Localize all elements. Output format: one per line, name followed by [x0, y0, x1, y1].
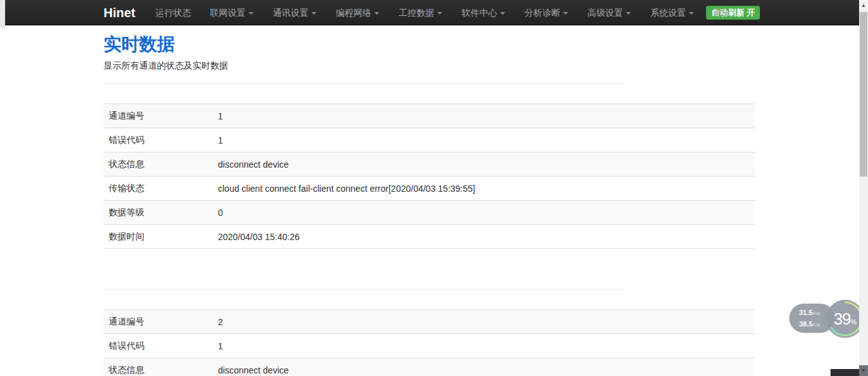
memory-percent-button[interactable]: 39% — [826, 300, 864, 338]
row-label: 错误代码 — [104, 334, 213, 358]
row-label: 数据时间 — [104, 225, 213, 249]
row-label: 通道编号 — [104, 104, 213, 128]
nav-item-label: 运行状态 — [155, 8, 191, 18]
table-row: 错误代码1 — [104, 334, 755, 358]
chevron-down-icon — [248, 12, 254, 15]
brand-logo[interactable]: Hinet — [104, 0, 135, 25]
nav-item-label: 分析诊断 — [524, 8, 560, 18]
channel-table-1: 通道编号1错误代码1状态信息disconnect device传输状态cloud… — [104, 104, 755, 249]
row-value: 1 — [213, 128, 755, 152]
nav-menu: 运行状态联网设置通讯设置编程网络工控数据软件中心分析诊断高级设置系统设置退出 — [146, 0, 740, 11]
nav-item-2[interactable]: 联网设置 — [200, 0, 263, 25]
nav-item-label: 退出 — [713, 8, 731, 18]
table-row: 错误代码1 — [104, 128, 755, 152]
window-edge-strip — [0, 0, 5, 28]
nav-item-5[interactable]: 工控数据 — [389, 0, 452, 25]
channel-table-2: 通道编号2错误代码1状态信息disconnect device — [104, 309, 755, 376]
percent-value: 39% — [826, 300, 864, 338]
row-value: 1 — [213, 104, 755, 128]
chevron-down-icon — [500, 12, 505, 15]
chevron-down-icon — [689, 12, 694, 15]
nav-item-label: 通讯设置 — [273, 8, 308, 18]
row-value: disconnect device — [213, 152, 755, 177]
row-value: 1 — [213, 334, 755, 358]
scrollbar-down-icon[interactable]: ▼ — [859, 365, 868, 376]
chevron-down-icon — [626, 12, 631, 15]
chevron-down-icon — [563, 12, 568, 15]
chevron-down-icon — [374, 12, 379, 15]
row-value: cloud client connect fail-client connect… — [213, 177, 755, 201]
row-label: 错误代码 — [104, 128, 213, 152]
row-label: 传输状态 — [104, 177, 213, 201]
table-row: 状态信息disconnect device — [104, 358, 755, 376]
nav-item-10[interactable]: 退出 — [703, 0, 740, 25]
chevron-down-icon — [311, 12, 316, 15]
nav-item-3[interactable]: 通讯设置 — [263, 0, 326, 25]
page-subtitle: 显示所有通道的状态及实时数据 — [104, 59, 755, 72]
table-row: 通道编号2 — [104, 310, 755, 334]
nav-item-7[interactable]: 分析诊断 — [515, 0, 578, 25]
section-divider — [104, 289, 625, 290]
row-value: 2020/04/03 15:40:26 — [213, 225, 755, 249]
nav-item-label: 高级设置 — [587, 8, 623, 18]
row-value: 2 — [213, 310, 755, 334]
nav-item-label: 系统设置 — [650, 8, 686, 18]
channel-section-2: 通道编号2错误代码1状态信息disconnect device — [104, 289, 755, 376]
section-divider — [104, 83, 625, 84]
nav-item-6[interactable]: 软件中心 — [452, 0, 515, 25]
table-row: 通道编号1 — [104, 104, 755, 128]
nav-item-1[interactable]: 运行状态 — [146, 0, 200, 25]
row-label: 状态信息 — [104, 152, 213, 177]
channel-section-1: 通道编号1错误代码1状态信息disconnect device传输状态cloud… — [104, 83, 755, 249]
row-label: 状态信息 — [104, 358, 213, 376]
top-navbar: 自动刷新 开 Hinet 运行状态联网设置通讯设置编程网络工控数据软件中心分析诊… — [5, 0, 859, 25]
row-label: 通道编号 — [104, 310, 213, 334]
scrollbar-thumb[interactable] — [860, 12, 867, 177]
vertical-scrollbar[interactable]: ▲ — [859, 0, 868, 376]
nav-item-label: 软件中心 — [461, 8, 497, 18]
nav-item-4[interactable]: 编程网络 — [326, 0, 389, 25]
channel-sections: 通道编号1错误代码1状态信息disconnect device传输状态cloud… — [104, 83, 755, 376]
nav-item-label: 工控数据 — [398, 8, 434, 18]
scrollbar-up-icon[interactable]: ▲ — [859, 0, 868, 11]
table-row: 数据时间2020/04/03 15:40:26 — [104, 225, 755, 249]
net-speed-overlay: ↑31.5K/s ↓38.5K/s 39% — [789, 300, 864, 338]
nav-item-label: 编程网络 — [336, 8, 371, 18]
table-row: 数据等级0 — [104, 201, 755, 225]
row-value: 0 — [213, 201, 755, 225]
table-row: 传输状态cloud client connect fail-client con… — [104, 177, 755, 201]
table-row: 状态信息disconnect device — [104, 152, 755, 177]
nav-item-label: 联网设置 — [210, 8, 245, 18]
chevron-down-icon — [437, 12, 442, 15]
main-content: 实时数据 显示所有通道的状态及实时数据 通道编号1错误代码1状态信息discon… — [104, 25, 755, 376]
row-label: 数据等级 — [104, 201, 213, 225]
row-value: disconnect device — [213, 358, 755, 376]
nav-item-9[interactable]: 系统设置 — [641, 0, 703, 25]
navbar-container: 自动刷新 开 Hinet 运行状态联网设置通讯设置编程网络工控数据软件中心分析诊… — [5, 0, 859, 25]
nav-item-8[interactable]: 高级设置 — [578, 0, 641, 25]
page-title: 实时数据 — [104, 34, 755, 54]
